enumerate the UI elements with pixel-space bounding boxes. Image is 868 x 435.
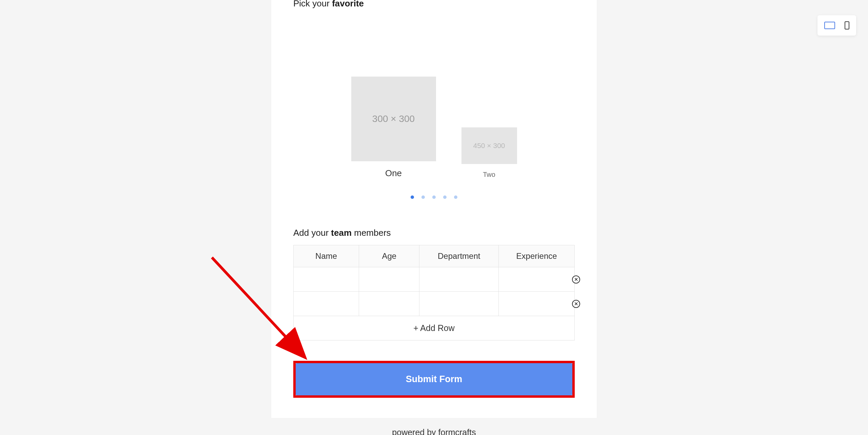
favorite-label-bold: favorite [332, 0, 364, 8]
favorite-label: Pick your favorite [293, 0, 575, 9]
carousel-item[interactable]: 300 × 300 One [351, 77, 436, 179]
carousel-dot[interactable] [454, 195, 457, 199]
carousel-caption: One [385, 168, 402, 179]
team-label-part2: members [352, 228, 391, 238]
placeholder-text: 300 × 300 [372, 113, 415, 124]
table-cell[interactable] [419, 267, 499, 292]
favorite-carousel: 300 × 300 One 450 × 300 Two [293, 77, 575, 179]
team-label-part1: Add your [293, 228, 331, 238]
table-cell[interactable] [359, 267, 419, 292]
carousel-item[interactable]: 450 × 300 Two [461, 127, 517, 179]
add-row[interactable]: + Add Row [294, 316, 575, 340]
table-cell[interactable] [419, 292, 499, 316]
table-cell[interactable]: ✕ [499, 292, 575, 316]
carousel-dot[interactable] [421, 195, 425, 199]
close-icon: ✕ [574, 301, 578, 306]
submit-button[interactable]: Submit Form [296, 363, 572, 395]
mobile-icon[interactable] [845, 21, 849, 29]
table-cell[interactable] [359, 292, 419, 316]
carousel-dot[interactable] [432, 195, 436, 199]
table-row: ✕ [294, 292, 575, 316]
table-header: Name [294, 245, 359, 267]
team-label: Add your team members [293, 228, 575, 238]
image-placeholder: 450 × 300 [461, 127, 517, 164]
team-label-bold: team [331, 228, 352, 238]
table-cell[interactable] [294, 267, 359, 292]
favorite-label-part1: Pick your [293, 0, 332, 8]
table-cell[interactable]: ✕ [499, 267, 575, 292]
team-section: Add your team members Name Age Departmen… [293, 228, 575, 340]
remove-row-button[interactable]: ✕ [572, 300, 580, 308]
table-header: Age [359, 245, 419, 267]
remove-row-button[interactable]: ✕ [572, 275, 580, 284]
powered-by-prefix: powered by [392, 428, 438, 435]
powered-by: powered by formcrafts [0, 428, 868, 435]
close-icon: ✕ [574, 277, 578, 282]
form-container: Pick your favorite 300 × 300 One 450 × 3… [271, 0, 597, 418]
favorite-section: Pick your favorite 300 × 300 One 450 × 3… [293, 0, 575, 199]
team-table: Name Age Department Experience ✕ [293, 245, 575, 340]
desktop-icon[interactable] [824, 22, 835, 29]
carousel-dot[interactable] [411, 195, 414, 199]
table-cell[interactable] [294, 292, 359, 316]
placeholder-text: 450 × 300 [473, 142, 505, 150]
table-header: Department [419, 245, 499, 267]
device-toggle [817, 15, 856, 36]
table-header-row: Name Age Department Experience [294, 245, 575, 267]
add-row-button[interactable]: + Add Row [294, 316, 575, 340]
submit-highlight: Submit Form [293, 361, 575, 398]
powered-by-link[interactable]: formcrafts [438, 428, 476, 435]
carousel-dots [293, 195, 575, 199]
image-placeholder: 300 × 300 [351, 77, 436, 161]
table-header: Experience [499, 245, 575, 267]
table-row: ✕ [294, 267, 575, 292]
carousel-dot[interactable] [443, 195, 447, 199]
carousel-caption: Two [483, 171, 495, 179]
